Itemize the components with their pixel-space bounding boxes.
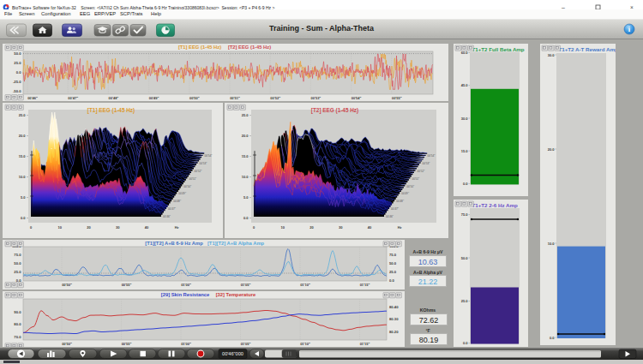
svg-text:75.0: 75.0: [389, 253, 397, 257]
svg-text:25.0: 25.0: [242, 113, 249, 117]
svg-text:50.0: 50.0: [389, 261, 397, 266]
svg-text:00'46": 00'46": [27, 96, 38, 100]
svg-text:00'46": 00'46": [386, 215, 394, 218]
svg-text:00'52": 00'52": [195, 170, 202, 173]
svg-text:0.0: 0.0: [16, 70, 21, 75]
svg-text:20.0: 20.0: [548, 147, 556, 152]
svg-text:10: 10: [58, 225, 63, 230]
svg-text:20.0: 20.0: [242, 134, 249, 138]
svg-text:50.0: 50.0: [461, 256, 469, 260]
svg-text:00'53": 00'53": [423, 162, 430, 165]
svg-text:00'49": 00'49": [149, 96, 159, 100]
svg-text:00'51": 00'51": [412, 177, 419, 181]
svg-text:Hz: Hz: [175, 225, 179, 230]
svg-text:01'15": 01'15": [360, 342, 370, 346]
svg-text:00'54": 00'54": [428, 154, 436, 158]
svg-text:01'00": 01'00": [181, 283, 191, 287]
svg-text:25.0: 25.0: [14, 270, 21, 274]
svg-text:15.0: 15.0: [242, 154, 249, 158]
svg-text:40: 40: [368, 225, 372, 230]
svg-text:80.30: 80.30: [389, 317, 399, 321]
svg-text:T1+T2 2-6 Hz Amp: T1+T2 2-6 Hz Amp: [472, 202, 518, 208]
svg-text:5.0: 5.0: [243, 195, 249, 200]
svg-text:[T1] EEG (1-45 Hz): [T1] EEG (1-45 Hz): [178, 45, 221, 50]
svg-text:90.0: 90.0: [14, 310, 21, 314]
svg-text:-50.0: -50.0: [13, 89, 21, 93]
svg-text:[T1] EEG (1-45 Hz): [T1] EEG (1-45 Hz): [87, 107, 135, 114]
svg-text:[T2] EEG (1-45 Hz): [T2] EEG (1-45 Hz): [311, 107, 358, 114]
svg-text:[T1][T2] A+B Alpha Amp: [T1][T2] A+B Alpha Amp: [207, 241, 265, 246]
svg-text:30.0: 30.0: [461, 116, 469, 121]
svg-text:-25.0: -25.0: [13, 80, 21, 84]
svg-text:00'50": 00'50": [183, 185, 191, 188]
svg-text:80.0: 80.0: [14, 322, 21, 326]
svg-text:50.0: 50.0: [14, 261, 21, 266]
svg-text:00'46"000: 00'46"000: [222, 351, 243, 356]
svg-text:00'49": 00'49": [401, 192, 409, 195]
svg-text:00'53": 00'53": [311, 96, 322, 100]
svg-text:15.0: 15.0: [19, 154, 27, 158]
svg-text:5.0: 5.0: [21, 195, 26, 200]
svg-text:50.0: 50.0: [14, 51, 21, 56]
svg-text:00'50": 00'50": [62, 283, 72, 287]
svg-text:25.0: 25.0: [14, 61, 21, 65]
svg-text:25.0: 25.0: [19, 113, 27, 117]
svg-text:00'55": 00'55": [122, 283, 132, 287]
svg-text:10.0: 10.0: [548, 242, 556, 246]
svg-text:00'51": 00'51": [230, 96, 240, 100]
svg-text:00'49": 00'49": [178, 192, 186, 195]
svg-text:30: 30: [116, 225, 120, 230]
svg-text:10.0: 10.0: [19, 175, 27, 179]
svg-text:0.0: 0.0: [463, 182, 468, 186]
svg-text:0.0: 0.0: [550, 336, 555, 340]
svg-text:75.0: 75.0: [461, 212, 469, 217]
svg-text:0.0: 0.0: [21, 216, 26, 220]
svg-text:T1+T2 Full Beta Amp: T1+T2 Full Beta Amp: [472, 46, 525, 52]
svg-text:80.20: 80.20: [389, 330, 399, 334]
svg-text:01'05": 01'05": [241, 283, 251, 287]
svg-text:00'50": 00'50": [62, 342, 72, 346]
svg-text:25.0: 25.0: [389, 270, 397, 274]
svg-text:80.40: 80.40: [389, 305, 399, 309]
svg-text:25.0: 25.0: [461, 299, 469, 303]
svg-text:01'10": 01'10": [300, 342, 310, 346]
svg-text:00'51": 00'51": [189, 177, 196, 181]
svg-text:20: 20: [309, 225, 314, 230]
svg-text:00'48": 00'48": [109, 96, 119, 100]
svg-text:70.0: 70.0: [14, 335, 21, 339]
svg-text:01'00": 01'00": [181, 342, 191, 346]
svg-text:40: 40: [145, 225, 149, 230]
svg-text:20.0: 20.0: [19, 134, 27, 138]
svg-text:[29] Skin Resistance: [29] Skin Resistance: [161, 292, 210, 297]
svg-text:00'54": 00'54": [352, 96, 362, 100]
svg-text:0.0: 0.0: [463, 341, 468, 345]
svg-text:0.0: 0.0: [389, 278, 394, 283]
svg-text:0.0: 0.0: [243, 216, 249, 220]
svg-text:T1+T2 A-T Reward Amp: T1+T2 A-T Reward Amp: [559, 46, 616, 52]
svg-text:00'53": 00'53": [200, 162, 207, 165]
svg-text:00'54": 00'54": [205, 154, 213, 158]
svg-text:[32] Temperature: [32] Temperature: [216, 292, 256, 297]
svg-text:10: 10: [281, 225, 285, 230]
svg-text:45.0: 45.0: [461, 83, 469, 87]
svg-text:00'47": 00'47": [168, 207, 176, 211]
svg-text:01'10": 01'10": [300, 283, 310, 287]
svg-text:00'52": 00'52": [418, 170, 425, 173]
svg-text:60.0: 60.0: [461, 51, 469, 55]
svg-text:00'46": 00'46": [163, 215, 171, 218]
svg-text:Hz: Hz: [398, 225, 402, 230]
svg-text:00'48": 00'48": [396, 200, 404, 203]
svg-text:75.0: 75.0: [14, 253, 21, 257]
svg-text:01'05": 01'05": [241, 342, 251, 346]
svg-text:[T2] EEG (1-45 Hz): [T2] EEG (1-45 Hz): [228, 45, 271, 50]
svg-text:00'47": 00'47": [391, 207, 399, 211]
svg-text:30.0: 30.0: [548, 53, 556, 57]
svg-text:00'50": 00'50": [406, 185, 414, 188]
svg-text:[T1][T2] A+B 6-9 Hz Amp: [T1][T2] A+B 6-9 Hz Amp: [145, 241, 203, 246]
svg-text:00'47": 00'47": [68, 96, 78, 100]
svg-text:01'15": 01'15": [360, 283, 370, 287]
svg-text:00'55": 00'55": [122, 342, 132, 346]
svg-text:00'52": 00'52": [270, 96, 280, 100]
svg-text:30: 30: [339, 225, 343, 230]
svg-text:15.0: 15.0: [461, 149, 469, 153]
